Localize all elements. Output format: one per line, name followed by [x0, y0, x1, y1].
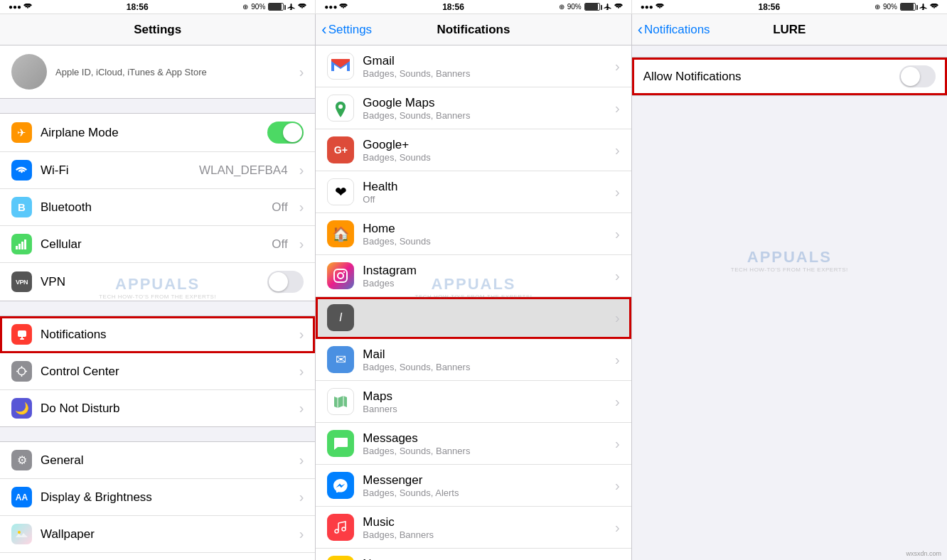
svg-rect-6 — [21, 337, 23, 338]
lure-back-label: Notifications — [644, 23, 710, 37]
instagram-icon — [327, 262, 354, 289]
notifications-back-btn[interactable]: ‹ Settings — [321, 22, 372, 38]
general-chevron: › — [299, 452, 304, 468]
notifications-panel: ‹ Settings Notifications Gmail Badges, S… — [316, 14, 631, 560]
general-row[interactable]: ⚙ General › — [0, 442, 315, 479]
messenger-chevron: › — [615, 478, 620, 494]
music-row[interactable]: Music Badges, Banners › — [316, 507, 631, 549]
lure-row[interactable]: I › — [316, 297, 631, 339]
mail-row[interactable]: ✉ Mail Badges, Sounds, Banners › — [316, 339, 631, 381]
health-name: Health — [363, 180, 606, 194]
gmaps-row[interactable]: Google Maps Badges, Sounds, Banners › — [316, 87, 631, 129]
gplus-name: Google+ — [363, 138, 606, 152]
display-row[interactable]: AA Display & Brightness › — [0, 479, 315, 516]
wifi-icon-3b — [930, 4, 938, 10]
profile-subtitle: Apple ID, iCloud, iTunes & App Store — [55, 67, 291, 77]
allow-notifications-section: Allow Notifications — [632, 57, 947, 96]
profile-chevron: › — [299, 64, 304, 80]
back-label: Settings — [328, 23, 372, 37]
maps-sub: Banners — [363, 404, 606, 414]
gmail-row[interactable]: Gmail Badges, Sounds, Banners › — [316, 45, 631, 87]
profile-row[interactable]: Apple ID, iCloud, iTunes & App Store › — [0, 45, 315, 99]
dnd-label: Do Not Disturb — [41, 402, 291, 416]
battery-text-3: 90% — [883, 3, 897, 11]
lure-navbar: ‹ Notifications LURE — [632, 14, 947, 45]
dnd-row[interactable]: 🌙 Do Not Disturb › — [0, 390, 315, 426]
sounds-row[interactable]: 🔔 Sounds › — [0, 553, 315, 560]
gmail-name: Gmail — [363, 54, 606, 68]
vpn-row[interactable]: VPN VPN — [0, 263, 315, 301]
svg-rect-1 — [18, 244, 21, 249]
status-bar-2: ●●● 18:56 ⊕ 90% — [316, 0, 631, 14]
svg-point-17 — [338, 273, 343, 279]
vpn-toggle[interactable] — [267, 271, 304, 293]
control-center-chevron: › — [299, 363, 304, 379]
cellular-value: Off — [272, 237, 287, 252]
mail-chevron: › — [615, 352, 620, 368]
airplane-toggle[interactable] — [267, 122, 304, 144]
svg-rect-2 — [21, 242, 23, 249]
health-row[interactable]: ❤ Health Off › — [316, 171, 631, 213]
allow-notifications-label: Allow Notifications — [643, 70, 899, 84]
control-center-row[interactable]: Control Center › — [0, 353, 315, 390]
airplane-mode-row[interactable]: ✈ Airplane Mode — [0, 114, 315, 152]
lure-nav-title: LURE — [773, 23, 806, 37]
general-icon: ⚙ — [11, 450, 32, 470]
maps-chevron: › — [615, 394, 620, 410]
battery-icon-3 — [900, 3, 916, 11]
notifications-row[interactable]: Notifications › — [0, 316, 315, 353]
lure-settings-panel: ‹ Notifications LURE Allow Notifications… — [632, 14, 947, 560]
health-info: Health Off — [363, 180, 606, 205]
bluetooth-row[interactable]: B Bluetooth Off › — [0, 189, 315, 226]
dnd-icon: 🌙 — [11, 398, 32, 419]
gplus-sub: Badges, Sounds — [363, 152, 606, 163]
status-bar-1: ●●● 18:56 ⊕ 90% — [0, 0, 316, 14]
allow-notifications-row[interactable]: Allow Notifications — [632, 58, 947, 95]
wifi-chevron: › — [299, 162, 304, 178]
messenger-row[interactable]: Messenger Badges, Sounds, Alerts › — [316, 465, 631, 507]
wifi-row[interactable]: Wi-Fi WLAN_DEFBA4 › — [0, 152, 315, 189]
time-1: 18:56 — [127, 2, 149, 12]
gplus-icon: G+ — [327, 136, 354, 163]
wallpaper-chevron: › — [299, 526, 304, 542]
music-icon — [327, 514, 354, 541]
notifications-navbar: ‹ Settings Notifications — [316, 14, 631, 45]
home-sub: Badges, Sounds — [363, 236, 606, 247]
airplane-icon-3 — [919, 4, 927, 10]
cellular-row[interactable]: Cellular Off › — [0, 226, 315, 263]
wallpaper-row[interactable]: Wallpaper › — [0, 516, 315, 553]
home-row[interactable]: 🏠 Home Badges, Sounds › — [316, 213, 631, 255]
health-icon: ❤ — [327, 178, 354, 205]
gmail-sub: Badges, Sounds, Banners — [363, 68, 606, 79]
notes-name: Notes — [363, 557, 606, 561]
instagram-row[interactable]: Instagram Badges › — [316, 255, 631, 297]
location-icon-3: ⊕ — [874, 3, 880, 11]
svg-rect-16 — [334, 269, 347, 282]
display-icon: AA — [11, 487, 32, 507]
health-chevron: › — [615, 184, 620, 200]
allow-notifications-toggle[interactable] — [899, 65, 936, 87]
instagram-info: Instagram Badges — [363, 264, 606, 289]
wifi-icon-1 — [23, 4, 32, 10]
lure-back-btn[interactable]: ‹ Notifications — [638, 22, 710, 38]
messages-row[interactable]: Messages Badges, Sounds, Banners › — [316, 423, 631, 465]
messages-sub: Badges, Sounds, Banners — [363, 446, 606, 456]
display-label: Display & Brightness — [41, 490, 291, 505]
gmail-info: Gmail Badges, Sounds, Banners — [363, 54, 606, 79]
cellular-icon — [11, 234, 32, 254]
music-chevron: › — [615, 519, 620, 536]
messenger-info: Messenger Badges, Sounds, Alerts — [363, 473, 606, 498]
svg-point-12 — [18, 531, 21, 534]
maps-row[interactable]: Maps Banners › — [316, 381, 631, 423]
notes-info: Notes Sounds, Banners — [363, 557, 606, 561]
home-chevron: › — [615, 226, 620, 242]
notes-row[interactable]: Notes Sounds, Banners › — [316, 549, 631, 560]
gmail-chevron: › — [615, 58, 620, 75]
home-icon: 🏠 — [327, 220, 354, 247]
gplus-row[interactable]: G+ Google+ Badges, Sounds › — [316, 129, 631, 171]
bluetooth-value: Off — [272, 200, 287, 215]
settings-navbar: Settings — [0, 14, 315, 45]
status-bar-3: ●●● 18:56 ⊕ 90% — [632, 0, 947, 14]
mail-name: Mail — [363, 348, 606, 362]
home-info: Home Badges, Sounds — [363, 222, 606, 247]
